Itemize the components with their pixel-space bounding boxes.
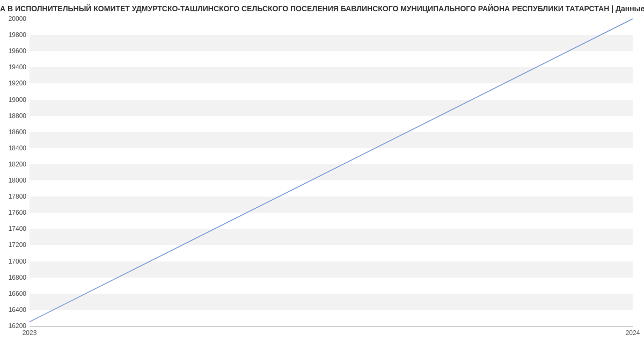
x-tick-label: 2023 (23, 329, 37, 337)
y-tick-label: 19000 (9, 96, 26, 104)
chart-container: А В ИСПОЛНИТЕЛЬНЫЙ КОМИТЕТ УДМУРТСКО-ТАШ… (0, 0, 644, 349)
y-tick-label: 19800 (9, 31, 26, 39)
y-tick-label: 18000 (9, 177, 26, 184)
y-tick-label: 19200 (9, 79, 26, 87)
y-tick-label: 16200 (9, 322, 26, 330)
y-tick-label: 16600 (9, 290, 26, 297)
x-tick-label: 2024 (626, 329, 640, 337)
y-tick-label: 17400 (9, 225, 26, 232)
y-tick-label: 18800 (9, 112, 26, 120)
series-line (30, 19, 633, 322)
plot-area: 1620016400166001680017000172001740017600… (30, 19, 633, 326)
chart-title: А В ИСПОЛНИТЕЛЬНЫЙ КОМИТЕТ УДМУРТСКО-ТАШ… (0, 4, 644, 13)
line-layer (30, 19, 633, 326)
y-tick-label: 19600 (9, 47, 26, 55)
y-tick-label: 20000 (9, 15, 26, 23)
y-tick-label: 17000 (9, 258, 26, 265)
y-tick-label: 19400 (9, 63, 26, 71)
y-tick-label: 17200 (9, 241, 26, 249)
y-tick-label: 18400 (9, 144, 26, 152)
y-tick-label: 16800 (9, 274, 26, 281)
y-tick-label: 18600 (9, 128, 26, 136)
y-tick-label: 17800 (9, 193, 26, 200)
y-tick-label: 18200 (9, 161, 26, 168)
y-tick-label: 16400 (9, 306, 26, 314)
y-tick-label: 17600 (9, 209, 26, 216)
